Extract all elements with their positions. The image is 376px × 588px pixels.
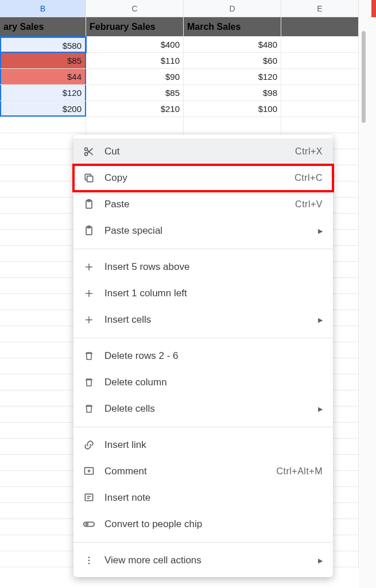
cell[interactable]: $120 xyxy=(0,85,86,100)
cell[interactable] xyxy=(281,85,359,100)
chevron-right-icon: ▶ xyxy=(318,557,323,564)
table-row: $580 $400 $480 xyxy=(0,37,359,53)
cell[interactable]: $100 xyxy=(184,101,281,117)
cell[interactable]: $85 xyxy=(86,85,184,100)
cell[interactable]: $60 xyxy=(184,53,281,68)
copy-icon xyxy=(82,171,96,185)
person-chip-icon xyxy=(82,517,96,532)
cell[interactable]: $480 xyxy=(184,37,281,52)
header-cell[interactable] xyxy=(281,17,359,36)
menu-insert-cells[interactable]: Insert cells ▶ xyxy=(73,307,333,333)
chevron-right-icon: ▶ xyxy=(318,405,323,413)
cell[interactable]: $44 xyxy=(0,69,86,84)
svg-point-23 xyxy=(88,556,90,558)
menu-label: View more cell actions xyxy=(104,555,313,566)
menu-label: Insert note xyxy=(104,492,323,504)
menu-delete-rows[interactable]: Delete rows 2 - 6 xyxy=(73,343,333,369)
menu-view-more[interactable]: View more cell actions ▶ xyxy=(73,547,333,574)
menu-label: Insert cells xyxy=(104,314,313,326)
svg-point-24 xyxy=(88,560,90,562)
table-header-row: ary Sales February Sales March Sales xyxy=(0,17,359,37)
col-header-E[interactable]: E xyxy=(281,0,359,17)
menu-delete-column[interactable]: Delete column xyxy=(73,369,333,396)
trash-icon xyxy=(82,375,96,390)
col-header-B[interactable]: B xyxy=(0,0,86,17)
comment-icon xyxy=(82,464,96,479)
paste-icon xyxy=(82,197,96,212)
chevron-right-icon: ▶ xyxy=(318,316,323,324)
table-row: $120 $85 $98 xyxy=(0,85,359,101)
menu-shortcut: Ctrl+X xyxy=(295,146,323,157)
cell[interactable]: $85 xyxy=(0,53,86,68)
menu-copy[interactable]: Copy Ctrl+C xyxy=(73,165,333,191)
header-cell[interactable]: February Sales xyxy=(86,17,184,36)
menu-insert-link[interactable]: Insert link xyxy=(73,432,333,458)
cell[interactable]: $580 xyxy=(0,37,86,52)
menu-shortcut: Ctrl+Alt+M xyxy=(276,466,323,477)
menu-paste[interactable]: Paste Ctrl+V xyxy=(73,191,333,218)
menu-separator xyxy=(73,249,333,249)
menu-separator xyxy=(73,542,333,543)
svg-point-25 xyxy=(88,563,90,564)
cell[interactable]: $120 xyxy=(184,69,281,84)
cell[interactable]: $210 xyxy=(86,101,184,117)
menu-insert-note[interactable]: Insert note xyxy=(73,485,333,511)
column-headers: B C D E xyxy=(0,0,359,17)
cell[interactable] xyxy=(281,37,359,52)
menu-label: Delete cells xyxy=(104,403,313,415)
menu-label: Comment xyxy=(104,466,276,477)
cell[interactable]: $110 xyxy=(86,53,184,68)
cell[interactable]: $400 xyxy=(86,37,184,52)
right-edge-marker xyxy=(371,0,376,17)
menu-label: Paste xyxy=(104,199,295,210)
cell[interactable]: $90 xyxy=(86,69,184,84)
plus-icon xyxy=(82,286,96,301)
menu-separator xyxy=(73,427,333,427)
svg-point-0 xyxy=(85,148,88,150)
svg-rect-18 xyxy=(85,494,92,501)
menu-label: Copy xyxy=(104,172,294,184)
menu-label: Insert 5 rows above xyxy=(104,261,323,273)
svg-point-22 xyxy=(86,523,88,525)
menu-shortcut: Ctrl+V xyxy=(295,199,323,210)
context-menu: Cut Ctrl+X Copy Ctrl+C Paste Ctrl+V Past… xyxy=(73,135,333,577)
cell[interactable] xyxy=(281,69,359,84)
col-header-C[interactable]: C xyxy=(86,0,184,17)
svg-rect-4 xyxy=(87,176,93,182)
menu-convert-people-chip[interactable]: Convert to people chip xyxy=(73,511,333,537)
cell[interactable] xyxy=(281,101,359,117)
col-header-D[interactable]: D xyxy=(184,0,281,17)
menu-paste-special[interactable]: Paste special ▶ xyxy=(73,218,333,244)
cell[interactable]: $200 xyxy=(0,101,86,117)
menu-delete-cells[interactable]: Delete cells ▶ xyxy=(73,396,333,422)
header-cell[interactable]: ary Sales xyxy=(0,17,86,36)
menu-cut[interactable]: Cut Ctrl+X xyxy=(73,138,333,165)
svg-point-1 xyxy=(85,153,88,156)
menu-label: Insert 1 column left xyxy=(104,288,323,299)
cut-icon xyxy=(82,144,96,159)
svg-rect-21 xyxy=(84,522,94,526)
paste-icon xyxy=(82,223,96,238)
note-icon xyxy=(82,490,96,505)
table-row: $44 $90 $120 xyxy=(0,69,359,85)
more-vertical-icon xyxy=(82,553,96,568)
menu-comment[interactable]: Comment Ctrl+Alt+M xyxy=(73,458,333,485)
menu-label: Paste special xyxy=(104,225,313,237)
cell[interactable] xyxy=(281,53,359,68)
chevron-right-icon: ▶ xyxy=(318,227,323,235)
table-row: $200 $210 $100 xyxy=(0,101,359,117)
menu-insert-rows-above[interactable]: Insert 5 rows above xyxy=(73,254,333,280)
vertical-scrollbar[interactable] xyxy=(362,31,366,123)
trash-icon xyxy=(82,401,96,416)
table-row: $85 $110 $60 xyxy=(0,53,359,69)
menu-insert-column-left[interactable]: Insert 1 column left xyxy=(73,280,333,307)
header-cell[interactable]: March Sales xyxy=(184,17,281,36)
plus-icon xyxy=(82,260,96,274)
menu-shortcut: Ctrl+C xyxy=(294,173,323,183)
menu-label: Convert to people chip xyxy=(104,519,323,530)
menu-label: Delete rows 2 - 6 xyxy=(104,350,323,362)
link-icon xyxy=(82,438,96,452)
cell[interactable]: $98 xyxy=(184,85,281,100)
menu-label: Insert link xyxy=(104,439,323,451)
trash-icon xyxy=(82,349,96,363)
